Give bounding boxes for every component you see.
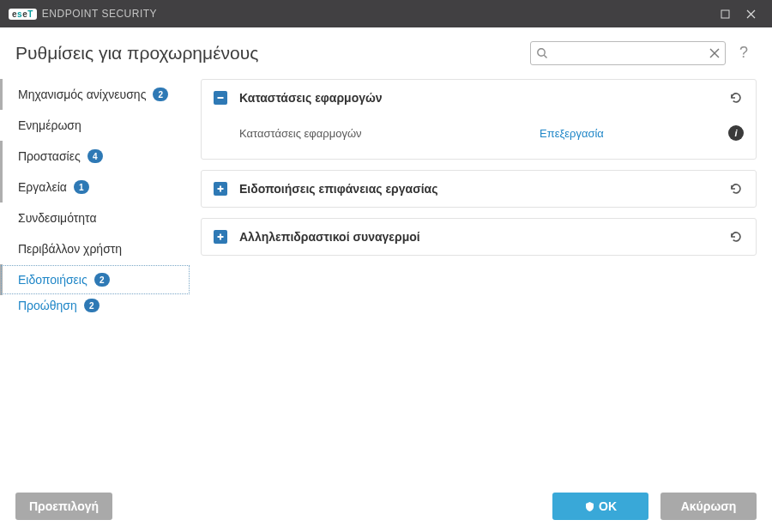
sidebar-badge: 2: [153, 88, 168, 101]
sidebar-item-label: Περιβάλλον χρήστη: [18, 242, 122, 256]
panel-desktop-notifications: Ειδοποιήσεις επιφάνειας εργασίας: [201, 170, 757, 208]
page-title: Ρυθμίσεις για προχωρημένους: [15, 43, 258, 63]
sidebar-item-tools[interactable]: Εργαλεία 1: [0, 172, 190, 203]
sidebar-item-label: Εργαλεία: [18, 180, 67, 194]
maximize-icon: [721, 9, 730, 19]
panel-title: Αλληλεπιδραστικοί συναγερμοί: [239, 230, 728, 244]
panel-body: Καταστάσεις εφαρμογών Επεξεργασία i: [202, 116, 756, 159]
reset-button[interactable]: [728, 229, 744, 245]
cancel-button[interactable]: Ακύρωση: [660, 493, 757, 520]
undo-icon: [728, 181, 744, 196]
ok-label: OK: [599, 499, 617, 513]
sidebar-badge: 4: [87, 149, 103, 163]
expand-icon: [214, 230, 227, 244]
panel-title: Καταστάσεις εφαρμογών: [239, 91, 728, 105]
edit-link[interactable]: Επεξεργασία: [540, 127, 728, 140]
sidebar-item-label: Ενημέρωση: [18, 118, 81, 132]
panel-header[interactable]: Καταστάσεις εφαρμογών: [202, 80, 756, 116]
content: Καταστάσεις εφαρμογών Καταστάσεις εφαρμο…: [190, 79, 772, 481]
brand-logo: e s e T: [9, 9, 37, 20]
expand-icon: [214, 182, 227, 196]
sidebar-item-label: Μηχανισμός ανίχνευσης: [18, 88, 146, 101]
svg-point-3: [538, 48, 545, 55]
search-icon: [536, 47, 548, 59]
setting-row: Καταστάσεις εφαρμογών Επεξεργασία i: [239, 119, 744, 147]
product-name: ENDPOINT SECURITY: [42, 8, 157, 20]
sidebar-badge: 2: [94, 273, 110, 287]
shield-icon: [584, 501, 595, 512]
maximize-button[interactable]: [712, 0, 738, 27]
panel-header[interactable]: Ειδοποιήσεις επιφάνειας εργασίας: [202, 171, 756, 207]
sidebar-item-label: Συνδεσιμότητα: [18, 211, 97, 225]
search-field-wrap: [530, 41, 726, 65]
default-button[interactable]: Προεπιλογή: [15, 493, 112, 520]
reset-button[interactable]: [728, 90, 744, 106]
close-icon: [746, 9, 756, 19]
ok-button[interactable]: OK: [552, 493, 648, 520]
reset-button[interactable]: [728, 181, 744, 196]
body: Μηχανισμός ανίχνευσης 2 Ενημέρωση Προστα…: [0, 79, 772, 481]
info-icon: i: [734, 128, 737, 138]
collapse-icon: [214, 91, 227, 105]
titlebar: e s e T ENDPOINT SECURITY: [0, 0, 772, 27]
panel-header[interactable]: Αλληλεπιδραστικοί συναγερμοί: [202, 219, 756, 255]
svg-line-4: [544, 55, 546, 57]
sidebar-item-label: Προστασίες: [18, 149, 81, 163]
setting-label: Καταστάσεις εφαρμογών: [239, 127, 540, 140]
header: Ρυθμίσεις για προχωρημένους ?: [0, 27, 772, 79]
brand-glyph: T: [27, 9, 33, 19]
panel-title: Ειδοποιήσεις επιφάνειας εργασίας: [239, 182, 728, 196]
close-button[interactable]: [738, 0, 763, 27]
sidebar-item-notifications[interactable]: Ειδοποιήσεις 2: [0, 264, 190, 295]
panel-interactive-alerts: Αλληλεπιδραστικοί συναγερμοί: [201, 218, 757, 256]
sidebar-item-ui[interactable]: Περιβάλλον χρήστη: [0, 233, 190, 264]
panel-application-statuses: Καταστάσεις εφαρμογών Καταστάσεις εφαρμο…: [201, 79, 757, 160]
sidebar-item-detection-engine[interactable]: Μηχανισμός ανίχνευσης 2: [0, 79, 190, 110]
help-button[interactable]: ?: [731, 44, 757, 62]
sidebar-item-connectivity[interactable]: Συνδεσιμότητα: [0, 203, 190, 233]
sidebar-item-label: Ειδοποιήσεις: [18, 273, 87, 287]
sidebar-item-label: Προώθηση: [18, 299, 77, 312]
clear-search-button[interactable]: [709, 48, 720, 58]
sidebar-badge: 2: [84, 299, 100, 312]
undo-icon: [728, 90, 744, 106]
sidebar-subitem-forwarding[interactable]: Προώθηση 2: [0, 295, 190, 316]
info-button[interactable]: i: [728, 125, 744, 141]
sidebar-badge: 1: [74, 180, 89, 194]
sidebar-item-protections[interactable]: Προστασίες 4: [0, 141, 190, 172]
sidebar: Μηχανισμός ανίχνευσης 2 Ενημέρωση Προστα…: [0, 79, 190, 481]
search-input[interactable]: [530, 41, 726, 65]
x-icon: [709, 48, 720, 58]
footer: Προεπιλογή OK Ακύρωση: [0, 481, 772, 532]
sidebar-item-update[interactable]: Ενημέρωση: [0, 110, 190, 141]
undo-icon: [728, 229, 744, 245]
svg-rect-0: [721, 10, 729, 18]
